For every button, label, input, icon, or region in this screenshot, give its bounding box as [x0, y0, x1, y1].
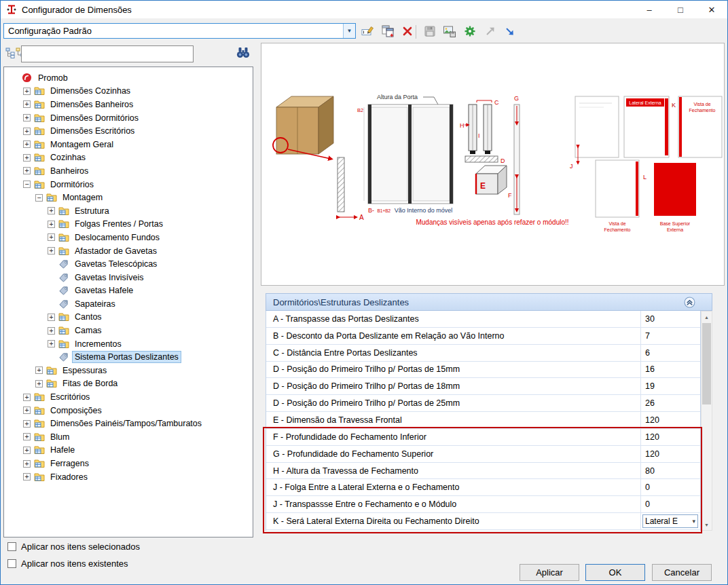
apply-button[interactable]: Aplicar: [520, 564, 579, 581]
delete-config-button[interactable]: [399, 23, 416, 41]
property-value[interactable]: 30: [640, 311, 700, 327]
tree-item-label[interactable]: Sapateiras: [73, 299, 117, 309]
tree-expand-toggle[interactable]: +: [23, 114, 31, 121]
tree-expand-toggle[interactable]: +: [48, 327, 55, 335]
tree-item-label[interactable]: Folgas Frentes / Portas: [73, 219, 165, 229]
ok-button[interactable]: OK: [585, 564, 645, 581]
tree-item[interactable]: +Gavetas Telescópicas: [4, 257, 253, 271]
tree-item-label[interactable]: Espessuras: [60, 365, 109, 376]
tree-item-label[interactable]: Afastador de Gavetas: [73, 246, 159, 257]
property-value[interactable]: 6: [640, 345, 700, 361]
tree-expand-toggle[interactable]: +: [23, 154, 31, 162]
tree-item[interactable]: +Folgas Frentes / Portas: [4, 218, 253, 231]
tree-item-label[interactable]: Dimensões Dormitórios: [48, 113, 141, 124]
tree-collapse-toggle[interactable]: −: [35, 194, 43, 202]
tree-item-label[interactable]: Promob: [36, 73, 70, 83]
checkbox-icon[interactable]: [7, 542, 16, 551]
tree-expand-toggle[interactable]: +: [23, 460, 31, 468]
property-value[interactable]: 120: [640, 412, 700, 428]
tree-item[interactable]: +Composições: [4, 404, 253, 417]
scrollbar-thumb[interactable]: [702, 323, 711, 404]
export-image-button[interactable]: [441, 23, 458, 41]
tree-expand-toggle[interactable]: +: [48, 207, 55, 214]
tree-item-label[interactable]: Ferragens: [48, 458, 91, 469]
property-value[interactable]: 120: [640, 446, 700, 462]
tree-item[interactable]: +Deslocamento Fundos: [4, 231, 253, 244]
tree-item-label[interactable]: Fixadores: [48, 472, 90, 483]
property-value[interactable]: 16: [640, 362, 700, 378]
tree-search-input[interactable]: [21, 45, 194, 62]
tree-collapse-toggle[interactable]: −: [23, 181, 31, 188]
grid-scrollbar[interactable]: ▲ ▼: [701, 311, 712, 531]
tree-expand-toggle[interactable]: +: [48, 233, 55, 241]
tree-item[interactable]: +Incrementos: [4, 337, 253, 351]
tree-item[interactable]: +Fitas de Borda: [4, 377, 253, 391]
tree-item-label[interactable]: Cozinhas: [48, 152, 88, 163]
tree-item-label[interactable]: Banheiros: [48, 166, 90, 176]
tree-expand-toggle[interactable]: +: [23, 420, 31, 428]
tree-expand-toggle[interactable]: +: [23, 433, 31, 440]
tree-item-label[interactable]: Deslocamento Fundos: [73, 232, 162, 243]
tree-expand-toggle[interactable]: +: [23, 140, 31, 148]
tree-item-label[interactable]: Hafele: [48, 445, 77, 455]
close-button[interactable]: ✕: [696, 1, 727, 18]
tree-item[interactable]: +Dimensões Cozinhas: [4, 85, 253, 98]
tree-expand-toggle[interactable]: +: [48, 340, 55, 347]
scroll-down-icon[interactable]: ▼: [702, 519, 712, 530]
tree-expand-toggle[interactable]: +: [48, 314, 55, 321]
tree-item[interactable]: +Estrutura: [4, 204, 253, 218]
tree-expand-toggle[interactable]: +: [23, 88, 31, 95]
tree-item[interactable]: +Ferragens: [4, 457, 253, 470]
tree-item-label[interactable]: Cantos: [73, 312, 104, 322]
new-config-button[interactable]: [379, 23, 397, 41]
expand-tree-icon[interactable]: [5, 48, 16, 58]
cancel-button[interactable]: Cancelar: [652, 564, 712, 581]
process-config-button[interactable]: [461, 23, 479, 41]
tree-item-label[interactable]: Blum: [48, 432, 71, 442]
tree-item-label[interactable]: Dimensões Banheiros: [48, 99, 135, 110]
tree-item[interactable]: +Dimensões Painéis/Tampos/Tamburatos: [4, 417, 253, 430]
tree-item[interactable]: +Sapateiras: [4, 297, 253, 311]
tree-expand-toggle[interactable]: +: [23, 128, 31, 135]
tree-item-label[interactable]: Gavetas Hafele: [73, 285, 135, 296]
dropdown-arrow-icon[interactable]: ▾: [692, 518, 695, 525]
property-value[interactable]: 19: [640, 378, 700, 394]
tree-item[interactable]: −Montagem: [4, 191, 253, 204]
tree-item-label[interactable]: Fitas de Borda: [60, 378, 120, 389]
configuration-combobox[interactable]: Configuração Padrão ▼: [3, 23, 356, 39]
tree-item[interactable]: +Banheiros: [4, 164, 253, 178]
tree-item[interactable]: +Sistema Portas Deslizantes: [4, 350, 253, 364]
edit-config-button[interactable]: [359, 23, 377, 41]
combo-dropdown-icon[interactable]: ▼: [343, 24, 355, 38]
property-value[interactable]: 120: [640, 429, 700, 445]
tree-item-label[interactable]: Incrementos: [73, 339, 124, 350]
tree-expand-toggle[interactable]: +: [23, 167, 31, 174]
tree-expand-toggle[interactable]: +: [23, 407, 31, 414]
tree-item-label[interactable]: Estrutura: [73, 206, 111, 216]
tree-item[interactable]: +Promob: [4, 71, 253, 85]
tree-item[interactable]: −Dormitórios: [4, 178, 253, 191]
property-value[interactable]: 0: [640, 496, 700, 512]
property-value[interactable]: 7: [640, 328, 700, 344]
tree-expand-toggle[interactable]: +: [23, 394, 31, 401]
maximize-button[interactable]: □: [665, 1, 696, 18]
export-button[interactable]: [500, 23, 518, 41]
apply-existing-checkbox[interactable]: Aplicar nos itens existentes: [7, 559, 128, 569]
tree-item[interactable]: +Espessuras: [4, 364, 253, 377]
tree-item[interactable]: +Fixadores: [4, 470, 253, 484]
tree-expand-toggle[interactable]: +: [48, 221, 55, 228]
tree-item-label[interactable]: Gavetas Invisíveis: [73, 272, 145, 283]
tree-item[interactable]: +Gavetas Hafele: [4, 284, 253, 298]
tree-expand-toggle[interactable]: +: [23, 473, 31, 480]
tree-item[interactable]: +Afastador de Gavetas: [4, 244, 253, 258]
scroll-up-icon[interactable]: ▲: [702, 312, 712, 322]
tree-item-label[interactable]: Dimensões Painéis/Tampos/Tamburatos: [48, 418, 204, 429]
tree-item[interactable]: +Cantos: [4, 311, 253, 324]
tree-item-label[interactable]: Montagem: [60, 192, 105, 203]
tree-item-label[interactable]: Dormitórios: [48, 179, 96, 190]
tree-item[interactable]: +Dimensões Banheiros: [4, 98, 253, 111]
tree-item-label[interactable]: Gavetas Telescópicas: [73, 259, 159, 269]
tree-item-label[interactable]: Composições: [48, 405, 104, 416]
tree-expand-toggle[interactable]: +: [35, 380, 43, 388]
property-value[interactable]: 80: [640, 463, 700, 479]
